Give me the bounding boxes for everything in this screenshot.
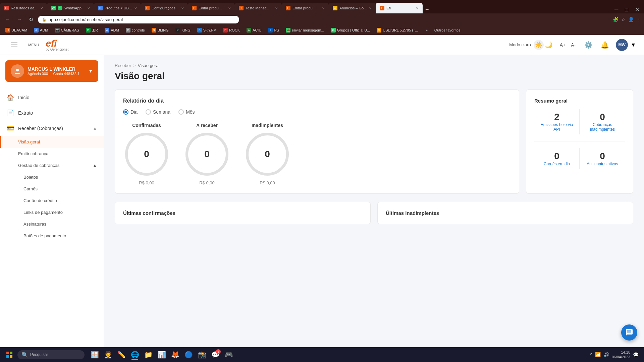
user-details: Agência 0001 Conta 448432-1 bbox=[28, 72, 85, 76]
taskbar-app-discord[interactable]: 🎮 bbox=[223, 349, 235, 361]
sidebar-item-cartao[interactable]: Cartão de crédito bbox=[0, 195, 104, 206]
menu-button[interactable] bbox=[8, 40, 20, 50]
bookmark-usd[interactable]: $ USD/BRL 5,2785 (↑... bbox=[374, 27, 421, 33]
settings-button[interactable]: ⚙️ bbox=[583, 40, 594, 50]
font-increase-button[interactable]: A+ bbox=[558, 41, 568, 49]
chart-confirmadas: Confirmadas 0 R$ 0,00 bbox=[123, 123, 170, 185]
bookmark-rock[interactable]: R ROCK bbox=[220, 27, 243, 33]
forward-button[interactable]: → bbox=[15, 16, 24, 23]
sidebar-item-gestao[interactable]: Gestão de cobranças ▲ bbox=[0, 160, 104, 171]
close-button[interactable]: ✕ bbox=[633, 6, 641, 13]
taskbar-app-avatar[interactable]: 🧑‍💼 bbox=[102, 349, 114, 361]
sidebar-item-receber[interactable]: 💳 Receber (Cobranças) ▲ bbox=[0, 121, 104, 136]
new-tab-button[interactable]: + bbox=[423, 6, 432, 13]
taskbar-app-files[interactable]: 📁 bbox=[142, 349, 154, 361]
menu-dots-icon[interactable]: ⋮ bbox=[637, 17, 641, 22]
bookmark-bling[interactable]: B BLING bbox=[149, 27, 171, 33]
main-content: Receber > Visão geral Visão geral Relató… bbox=[104, 55, 644, 362]
summary-cobrancas-desc: Cobranças inadimplentes bbox=[583, 122, 622, 132]
tab-resultados[interactable]: G Resultados da... ✕ bbox=[0, 3, 47, 13]
search-placeholder: Pesquisar bbox=[30, 352, 48, 357]
light-mode-button[interactable]: ☀️ bbox=[534, 40, 544, 50]
taskbar-app-chrome[interactable]: 🌐 bbox=[129, 349, 141, 361]
bottom-cards: Últimas confirmações Últimas inadimplent… bbox=[115, 202, 633, 224]
bookmarks-other[interactable]: Outros favoritos bbox=[432, 27, 463, 33]
sidebar-item-emitir[interactable]: Emitir cobrança bbox=[0, 148, 104, 160]
receber-icon: 💳 bbox=[7, 125, 14, 132]
boletos-label: Boletos bbox=[23, 175, 38, 180]
taskbar-app-whatsapp[interactable]: 💬 1 bbox=[209, 349, 221, 361]
tab-editar2[interactable]: E Editar produ... ✕ bbox=[282, 3, 329, 13]
search-icon: 🔍 bbox=[21, 352, 28, 358]
bookmark-br[interactable]: B .BR bbox=[83, 27, 101, 33]
tab-whatsapp[interactable]: W 1 WhatsApp ✕ bbox=[47, 3, 94, 13]
extensions-icon[interactable]: 🧩 bbox=[613, 17, 619, 22]
user-avatar: MW bbox=[616, 39, 628, 51]
radio-mes[interactable]: Mês bbox=[178, 109, 195, 115]
taskbar-search[interactable]: 🔍 Pesquisar bbox=[17, 350, 85, 359]
taskbar-app-windows[interactable]: 🪟 bbox=[89, 349, 101, 361]
bookmark-enviar[interactable]: 📤 enviar mensagem... bbox=[283, 27, 327, 33]
tab-anuncios[interactable]: A Anúncios – Go... ✕ bbox=[329, 3, 376, 13]
taskbar-app-firefox[interactable]: 🦊 bbox=[169, 349, 181, 361]
sidebar-item-extrato[interactable]: 📄 Extrato bbox=[0, 105, 104, 121]
sidebar-item-botoes[interactable]: Botões de pagamento bbox=[0, 230, 104, 242]
tab-efi[interactable]: E Efi ✕ bbox=[376, 3, 423, 13]
font-decrease-button[interactable]: A- bbox=[569, 41, 578, 49]
address-bar[interactable]: 🔒 app.sejaefi.com.br/receber/visao-geral bbox=[38, 16, 239, 23]
taskbar-app-editor[interactable]: ✏️ bbox=[115, 349, 127, 361]
minimize-button[interactable]: ─ bbox=[612, 6, 620, 13]
sidebar-item-visao-geral[interactable]: Visão geral bbox=[0, 136, 104, 148]
tab-config[interactable]: E Configurações... ✕ bbox=[141, 3, 188, 13]
user-card[interactable]: MARCUS L WINKLER Agência 0001 Conta 4484… bbox=[5, 60, 98, 82]
sidebar-item-assinaturas[interactable]: Assinaturas bbox=[0, 218, 104, 230]
notification-tray-icon[interactable]: 💬 bbox=[633, 352, 639, 357]
breadcrumb-parent[interactable]: Receber bbox=[115, 63, 131, 68]
chart-a-receber-label: A receber bbox=[196, 123, 218, 128]
volume-icon[interactable]: 🔊 bbox=[603, 352, 609, 357]
summary-cobrancas: 0 Cobranças inadimplentes bbox=[580, 109, 625, 134]
taskbar-app-analytics[interactable]: 📊 bbox=[156, 349, 168, 361]
bookmark-cameras[interactable]: 📷 CÂMERAS bbox=[52, 27, 82, 33]
notifications-button[interactable]: 🔔 bbox=[599, 40, 610, 50]
bookmarks-more[interactable]: » bbox=[424, 27, 430, 33]
maximize-button[interactable]: □ bbox=[623, 6, 630, 13]
bookmark-skyfm[interactable]: S SKY.FM bbox=[195, 27, 219, 33]
sidebar-item-links[interactable]: Links de pagamento bbox=[0, 206, 104, 218]
bookmark-grupos[interactable]: G Grupos | Official U... bbox=[328, 27, 373, 33]
home-icon: 🏠 bbox=[7, 94, 14, 101]
tab-produtos[interactable]: P Produtos < UB... ✕ bbox=[94, 3, 141, 13]
refresh-button[interactable]: ↻ bbox=[27, 16, 35, 23]
bookmark-ubacam[interactable]: U UBACAM bbox=[3, 27, 30, 33]
bookmark-king[interactable]: K KING bbox=[173, 27, 193, 33]
back-button[interactable]: ← bbox=[3, 16, 12, 23]
taskbar-chevron-icon[interactable]: ^ bbox=[590, 352, 592, 357]
user-menu[interactable]: MW ▼ bbox=[616, 39, 636, 51]
tab-teste[interactable]: T Teste Mensal... ✕ bbox=[235, 3, 282, 13]
bookmark-star-icon[interactable]: ☆ bbox=[621, 17, 626, 22]
chat-fab-button[interactable] bbox=[621, 324, 637, 341]
dark-mode-button[interactable]: 🌙 bbox=[545, 41, 552, 49]
receber-sub-nav: Visão geral Emitir cobrança Gestão de co… bbox=[0, 136, 104, 242]
sidebar-item-boletos[interactable]: Boletos bbox=[0, 171, 104, 183]
radio-dia[interactable]: Dia bbox=[123, 109, 138, 115]
taskbar-clock[interactable]: 14:18 06/04/2023 bbox=[612, 350, 630, 360]
bookmark-ps[interactable]: P PS bbox=[265, 27, 282, 33]
bookmark-controle[interactable]: C controle bbox=[123, 27, 148, 33]
taskbar-app-edge[interactable]: 🔵 bbox=[182, 349, 195, 361]
bookmark-adm2[interactable]: A ADM bbox=[102, 27, 121, 33]
taskbar-app-camera[interactable]: 📸 bbox=[196, 349, 208, 361]
bookmark-adm1[interactable]: A ADM bbox=[31, 27, 51, 33]
sidebar-item-receber-label: Receber (Cobranças) bbox=[18, 126, 89, 131]
sidebar-item-inicio[interactable]: 🏠 Início bbox=[0, 90, 104, 105]
sidebar: MARCUS L WINKLER Agência 0001 Conta 4484… bbox=[0, 55, 104, 362]
bookmark-favicon-usd: $ bbox=[377, 28, 381, 33]
radio-semana[interactable]: Semana bbox=[146, 109, 170, 115]
wifi-icon[interactable]: 📶 bbox=[595, 352, 601, 357]
start-button[interactable] bbox=[3, 348, 16, 361]
sidebar-item-carnes[interactable]: Carnês bbox=[0, 183, 104, 195]
profile-icon[interactable]: 👤 bbox=[628, 17, 634, 22]
bookmark-aciu[interactable]: A ACIU bbox=[244, 27, 264, 33]
radio-mes-label: Mês bbox=[186, 109, 195, 115]
tab-editar1[interactable]: E Editar produ... ✕ bbox=[188, 3, 235, 13]
